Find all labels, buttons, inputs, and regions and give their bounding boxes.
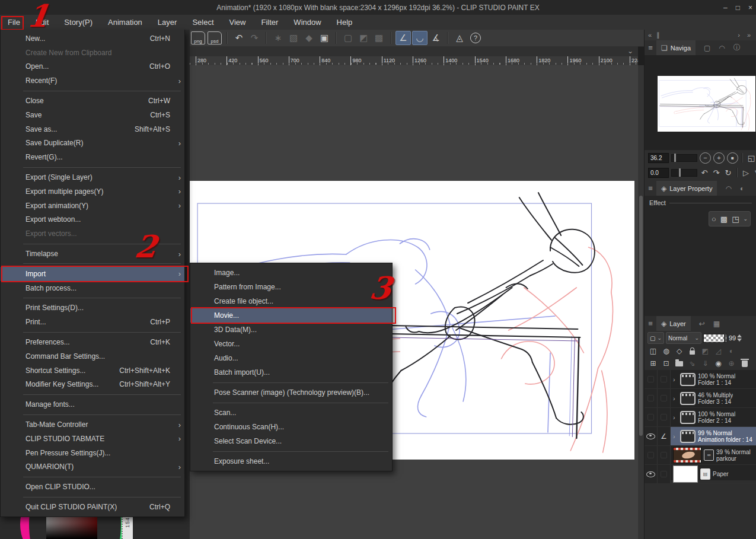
- selection-launcher-icon[interactable]: ▢: [341, 31, 355, 44]
- expand-arrow-icon[interactable]: ›: [673, 395, 678, 402]
- tab-navigator[interactable]: ❏ Naviga: [656, 40, 696, 55]
- menubar-item-story-p[interactable]: Story(P): [56, 16, 100, 28]
- layer-row-content[interactable]: ›99 % NormalAnimation folder : 14: [671, 427, 756, 445]
- panel-menu-icon[interactable]: ≡: [645, 319, 656, 328]
- edit-target-cell[interactable]: [658, 370, 671, 388]
- layer-mask-icon[interactable]: ◉: [713, 359, 724, 368]
- deselect-icon[interactable]: ∗: [271, 31, 285, 44]
- zoom-in-icon[interactable]: +: [713, 152, 725, 164]
- tab-tone-icon[interactable]: ◐: [740, 184, 744, 193]
- import-menu-item-audio[interactable]: Audio...: [190, 351, 392, 365]
- import-menu-item-image[interactable]: Image...: [190, 266, 392, 280]
- chevron-down-icon[interactable]: ⌄: [743, 216, 748, 222]
- rotate-slider[interactable]: [671, 169, 697, 177]
- layer-row-parkour[interactable]: ∞39 % Normalparkour: [645, 446, 756, 465]
- visibility-cell[interactable]: [645, 389, 658, 407]
- export-psd-icon[interactable]: psd: [208, 31, 222, 44]
- visibility-cell[interactable]: [645, 370, 658, 388]
- opacity-stepper[interactable]: 99: [729, 334, 742, 342]
- file-menu-item-preferences[interactable]: Preferences...Ctrl+K: [1, 335, 184, 349]
- lock-layer-icon[interactable]: [690, 350, 695, 355]
- file-menu-item-export-animation-y[interactable]: Export animation(Y)›: [1, 199, 184, 213]
- visibility-cell[interactable]: [645, 427, 658, 445]
- file-menu-item-save-as[interactable]: Save as...Shift+Alt+S: [1, 122, 184, 136]
- edit-target-cell[interactable]: [658, 408, 671, 426]
- scrollbar-thumb[interactable]: [639, 196, 643, 436]
- new-vector-layer-icon[interactable]: ⊡: [661, 359, 672, 368]
- maximize-button[interactable]: □: [736, 4, 740, 12]
- new-folder-icon[interactable]: [675, 361, 683, 366]
- visibility-cell[interactable]: [645, 408, 658, 426]
- import-menu-item-create-file-object[interactable]: Create file object...: [190, 294, 392, 308]
- import-menu-item-batch-import-u[interactable]: Batch import(U)...: [190, 365, 392, 379]
- flip-vertical-icon[interactable]: ▽: [753, 168, 756, 177]
- panel-menu-icon[interactable]: ≡: [645, 43, 656, 52]
- lock-transparent-pixels-icon[interactable]: ◩: [700, 347, 711, 355]
- import-menu-item-scan[interactable]: Scan...: [190, 406, 392, 420]
- chevron-down-icon[interactable]: ⌄: [627, 47, 633, 55]
- file-menu-item-manage-fonts[interactable]: Manage fonts...: [1, 397, 184, 412]
- paper-layer-thumbnail[interactable]: [673, 465, 698, 483]
- tab-information-icon[interactable]: ⓘ: [733, 43, 741, 53]
- snap-to-ruler-icon[interactable]: ∠: [395, 31, 411, 45]
- title-bar[interactable]: Animation* (1920 x 1080px With blank spa…: [0, 0, 756, 15]
- movie-layer-thumbnail[interactable]: [673, 447, 701, 463]
- rotate-cw-icon[interactable]: ↷: [712, 168, 721, 177]
- file-menu-item-shortcut-settings[interactable]: Shortcut Settings...Ctrl+Shift+Alt+K: [1, 363, 184, 378]
- zoom-100-icon[interactable]: ■: [727, 152, 738, 164]
- flip-horizontal-icon[interactable]: ▷: [741, 168, 751, 177]
- import-menu-item-movie[interactable]: Movie...: [190, 308, 392, 323]
- file-menu-item-close[interactable]: CloseCtrl+W: [1, 94, 184, 108]
- zoom-slider[interactable]: [671, 154, 697, 162]
- collapse-left-icon[interactable]: «: [648, 31, 652, 39]
- import-menu-item-vector[interactable]: Vector...: [190, 337, 392, 351]
- import-menu-item-pose-scanner-image-technology-preview-b[interactable]: Pose Scanner (image) (Technology preview…: [190, 385, 392, 400]
- import-menu-item-continuous-scan-h[interactable]: Continuous Scan(H)...: [190, 420, 392, 434]
- file-menu-item-import[interactable]: Import›: [1, 267, 184, 281]
- file-menu-item-recent-f[interactable]: Recent(F)›: [1, 74, 184, 88]
- import-menu-item-pattern-from-image[interactable]: Pattern from Image...: [190, 280, 392, 294]
- file-menu-item-pen-pressure-settings-j[interactable]: Pen Pressure Settings(J)...: [1, 446, 184, 460]
- reference-layer-icon[interactable]: ◍: [661, 347, 672, 355]
- file-menu-item-modifier-key-settings[interactable]: Modifier Key Settings...Ctrl+Shift+Alt+Y: [1, 378, 184, 392]
- menubar-item-layer[interactable]: Layer: [150, 16, 185, 28]
- menubar-item-animation[interactable]: Animation: [100, 16, 150, 28]
- tab-subview-icon[interactable]: ▢: [704, 44, 710, 52]
- file-menu-item-export-webtoon[interactable]: Export webtoon...: [1, 213, 184, 227]
- file-menu-item-clip-studio-tabmate[interactable]: CLIP STUDIO TABMATE›: [1, 432, 184, 446]
- tone-effect-icon[interactable]: ▩: [720, 215, 728, 224]
- menubar-item-help[interactable]: Help: [329, 16, 361, 28]
- menubar-item-filter[interactable]: Filter: [253, 16, 286, 28]
- menubar-item-select[interactable]: Select: [184, 16, 221, 28]
- redo-icon[interactable]: ↷: [247, 31, 261, 44]
- file-menu-item-open-clip-studio[interactable]: Open CLIP STUDIO...: [1, 480, 184, 494]
- zoom-value-field[interactable]: 36.2: [648, 153, 669, 163]
- layer-row-folder-2-14[interactable]: ›100 % NormalFolder 2 : 14: [645, 408, 756, 427]
- file-menu-item-batch-process[interactable]: Batch process...: [1, 281, 184, 295]
- transfer-down-icon[interactable]: ⇘: [687, 359, 698, 368]
- file-menu-item-quit-clip-studio-paint-x[interactable]: Quit CLIP STUDIO PAINT(X)Ctrl+Q: [1, 500, 184, 514]
- drag-handle-icon[interactable]: ∥: [656, 31, 660, 39]
- blend-mode-combo[interactable]: Normal ⌄: [666, 332, 701, 344]
- enable-mask-icon[interactable]: ◐: [726, 347, 737, 355]
- crop-frame-icon[interactable]: ▣: [317, 31, 331, 44]
- delete-layer-icon[interactable]: [742, 361, 748, 367]
- opacity-slider[interactable]: [703, 334, 727, 343]
- selection-border-icon[interactable]: ▩: [372, 31, 386, 44]
- import-menu-item-3d-data-m[interactable]: 3D Data(M)...: [190, 323, 392, 337]
- tab-layer-property[interactable]: ◈ Layer Property: [656, 181, 717, 196]
- apply-mask-icon[interactable]: ⊕: [726, 359, 737, 368]
- expand-arrow-icon[interactable]: ›: [673, 433, 678, 440]
- import-menu-item-select-scan-device[interactable]: Select Scan Device...: [190, 434, 392, 448]
- file-menu-item-timelapse[interactable]: Timelapse›: [1, 247, 184, 261]
- file-menu-item-tab-mate-controller[interactable]: Tab-Mate Controller›: [1, 417, 184, 432]
- border-effect-icon[interactable]: ○: [712, 215, 716, 224]
- rotate-ccw-icon[interactable]: ↶: [700, 168, 709, 177]
- layer-color-icon[interactable]: ◳: [732, 215, 739, 224]
- layer-row-content[interactable]: ▤Paper: [671, 465, 756, 483]
- clip-studio-icon[interactable]: ◬: [452, 31, 467, 44]
- import-menu-item-exposure-sheet[interactable]: Exposure sheet...: [190, 454, 392, 468]
- tab-history-icon[interactable]: ↩: [699, 320, 705, 328]
- file-menu-item-save[interactable]: SaveCtrl+S: [1, 108, 184, 122]
- invert-selection-icon[interactable]: ◆: [302, 31, 316, 44]
